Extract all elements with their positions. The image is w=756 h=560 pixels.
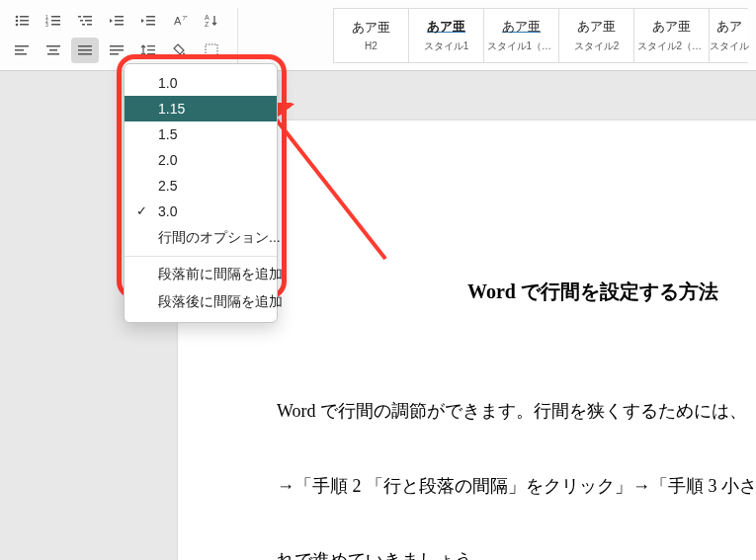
- style-name: スタイル1: [424, 40, 469, 53]
- svg-rect-37: [110, 45, 124, 47]
- svg-rect-28: [15, 45, 29, 47]
- svg-point-2: [16, 19, 19, 22]
- multilevel-list-button[interactable]: [71, 8, 99, 34]
- style-sample: あア: [716, 18, 742, 36]
- svg-rect-21: [146, 16, 155, 18]
- svg-point-0: [16, 15, 19, 18]
- svg-rect-20: [115, 24, 124, 26]
- style-name: H2: [365, 40, 378, 51]
- style-sample: あア亜: [502, 18, 541, 36]
- align-left-button[interactable]: [8, 38, 36, 63]
- svg-rect-41: [147, 49, 155, 50]
- align-distribute-button[interactable]: [103, 38, 130, 63]
- line-spacing-option[interactable]: 2.5: [125, 173, 277, 199]
- svg-rect-40: [147, 45, 155, 46]
- svg-rect-29: [15, 49, 24, 51]
- align-center-button[interactable]: [40, 38, 67, 63]
- svg-text:A: A: [205, 14, 210, 21]
- svg-rect-36: [78, 53, 92, 55]
- sort-button[interactable]: AZ: [198, 8, 225, 34]
- phonetic-guide-button[interactable]: Aア: [166, 8, 194, 34]
- document-title: Word で行間を設定する方法: [277, 279, 756, 305]
- line-spacing-options-item[interactable]: 行間のオプション...: [125, 224, 277, 252]
- svg-rect-12: [78, 16, 81, 18]
- style-name: スタイル1（H...: [487, 40, 556, 53]
- bullets-button[interactable]: [8, 8, 36, 34]
- ribbon: 123 Aア AZ: [0, 0, 756, 71]
- borders-button[interactable]: [198, 38, 225, 63]
- svg-point-4: [16, 23, 19, 26]
- style-tile-1[interactable]: あア亜 スタイル1: [408, 8, 483, 63]
- style-sample: あア亜: [352, 19, 390, 37]
- menu-separator: [125, 256, 277, 257]
- svg-rect-16: [82, 24, 85, 26]
- paragraph-line: →「手順 2 「行と段落の間隔」をクリック」→「手順 3 小さい: [277, 449, 756, 524]
- svg-rect-18: [115, 16, 124, 18]
- style-name: スタイル2（H...: [637, 40, 707, 53]
- style-sample: あア亜: [577, 18, 616, 36]
- svg-rect-13: [83, 16, 92, 18]
- line-spacing-option[interactable]: 1.15: [125, 96, 277, 121]
- svg-rect-34: [78, 45, 92, 47]
- svg-rect-35: [78, 49, 92, 51]
- line-spacing-option[interactable]: 3.0: [125, 199, 277, 224]
- svg-rect-42: [147, 53, 155, 54]
- svg-rect-11: [51, 24, 60, 26]
- svg-rect-43: [206, 44, 217, 56]
- decrease-indent-button[interactable]: [103, 8, 130, 34]
- line-spacing-menu: 1.0 1.15 1.5 2.0 2.5 3.0 行間のオプション... 段落前…: [124, 63, 278, 323]
- style-tile-2[interactable]: あア亜 スタイル2: [558, 8, 633, 63]
- style-sample: あア亜: [652, 18, 691, 36]
- align-justify-button[interactable]: [71, 38, 99, 63]
- svg-rect-33: [47, 53, 59, 55]
- svg-text:Z: Z: [205, 21, 210, 28]
- line-spacing-option[interactable]: 1.5: [125, 121, 277, 147]
- svg-rect-14: [80, 20, 83, 22]
- svg-rect-30: [15, 53, 27, 55]
- style-tile-1h[interactable]: あア亜 スタイル1（H...: [483, 8, 558, 63]
- workspace: Word で行間を設定する方法 Word で行間の調節ができます。行間を狭くする…: [0, 71, 756, 560]
- style-tile-more[interactable]: あア スタイル: [709, 8, 748, 63]
- numbering-button[interactable]: 123: [40, 8, 67, 34]
- svg-rect-1: [20, 16, 29, 18]
- svg-rect-5: [20, 24, 29, 26]
- line-spacing-option[interactable]: 2.0: [125, 147, 277, 173]
- add-space-after-item[interactable]: 段落後に間隔を追加: [125, 288, 277, 316]
- style-name: スタイル: [710, 40, 749, 53]
- add-space-before-item[interactable]: 段落前に間隔を追加: [125, 261, 277, 288]
- svg-text:3: 3: [45, 22, 48, 28]
- svg-text:A: A: [174, 15, 182, 27]
- svg-rect-23: [146, 24, 155, 26]
- svg-rect-17: [87, 24, 92, 26]
- svg-rect-19: [115, 20, 124, 22]
- line-spacing-option[interactable]: 1.0: [125, 70, 277, 96]
- style-tile-h2[interactable]: あア亜 H2: [333, 8, 408, 63]
- svg-rect-31: [46, 45, 60, 47]
- svg-text:ア: ア: [182, 15, 188, 21]
- style-name: スタイル2: [574, 40, 620, 53]
- paragraph-line: れで進めていきましょう。: [277, 523, 756, 560]
- paragraph-tools: 123 Aア AZ: [8, 8, 238, 63]
- svg-rect-9: [51, 20, 60, 22]
- shading-button[interactable]: [166, 38, 194, 63]
- svg-rect-7: [51, 16, 60, 18]
- paragraph-line: Word で行間の調節ができます。行間を狭くするためには、「手順: [277, 374, 756, 449]
- increase-indent-button[interactable]: [134, 8, 162, 34]
- svg-rect-3: [20, 20, 29, 22]
- svg-rect-32: [49, 49, 57, 51]
- line-spacing-button[interactable]: [134, 38, 162, 63]
- style-sample: あア亜: [427, 18, 465, 36]
- svg-rect-15: [85, 20, 92, 22]
- styles-gallery: あア亜 H2 あア亜 スタイル1 あア亜 スタイル1（H... あア亜 スタイル…: [323, 6, 748, 64]
- document-body: Word で行間の調節ができます。行間を狭くするためには、「手順 →「手順 2 …: [277, 374, 756, 560]
- svg-rect-22: [146, 20, 155, 22]
- style-tile-2h[interactable]: あア亜 スタイル2（H...: [633, 8, 709, 63]
- svg-rect-39: [110, 53, 119, 55]
- svg-rect-38: [110, 49, 124, 51]
